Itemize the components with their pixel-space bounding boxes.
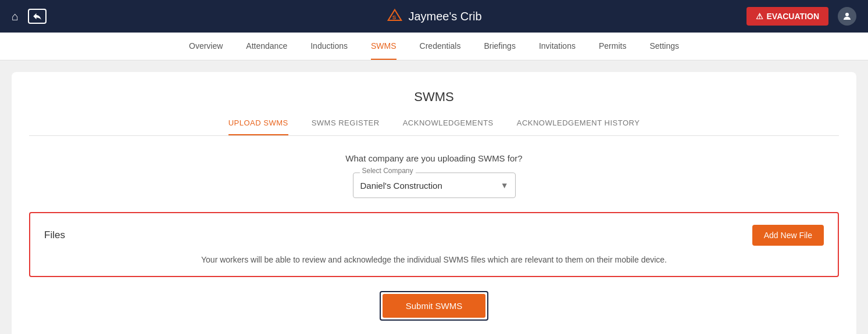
submit-swms-button[interactable]: Submit SWMS bbox=[383, 294, 486, 318]
nav-credentials[interactable]: Credentials bbox=[420, 33, 461, 60]
main-content: SWMS UPLOAD SWMS SWMS REGISTER ACKNOWLED… bbox=[0, 60, 868, 334]
submit-btn-wrapper: Submit SWMS bbox=[380, 291, 489, 321]
nav-settings[interactable]: Settings bbox=[649, 33, 679, 60]
files-header: Files Add New File bbox=[44, 225, 824, 246]
nav-overview[interactable]: Overview bbox=[189, 33, 223, 60]
svg-point-2 bbox=[845, 13, 849, 16]
svg-text:S: S bbox=[392, 14, 396, 20]
files-title: Files bbox=[44, 229, 65, 241]
evacuation-button[interactable]: ⚠ EVACUATION bbox=[746, 7, 828, 26]
nav-permits[interactable]: Permits bbox=[599, 33, 626, 60]
content-card: SWMS UPLOAD SWMS SWMS REGISTER ACKNOWLED… bbox=[12, 72, 856, 334]
tab-acknowledgement-history[interactable]: ACKNOWLEDGEMENT HISTORY bbox=[517, 118, 640, 135]
form-question: What company are you uploading SWMS for? bbox=[345, 153, 522, 163]
submit-section: Submit SWMS bbox=[29, 291, 839, 321]
tab-acknowledgements[interactable]: ACKNOWLEDGEMENTS bbox=[403, 118, 494, 135]
top-bar: ⌂ S Jaymee's Crib ⚠ EVACUATION bbox=[0, 0, 868, 33]
brand-center: S Jaymee's Crib bbox=[386, 8, 481, 24]
nav-swms[interactable]: SWMS bbox=[371, 33, 397, 60]
brand-name: Jaymee's Crib bbox=[408, 10, 481, 23]
tab-upload-swms[interactable]: UPLOAD SWMS bbox=[228, 118, 288, 135]
nav-briefings[interactable]: Briefings bbox=[484, 33, 515, 60]
evacuation-label: EVACUATION bbox=[767, 12, 819, 21]
tab-swms-register[interactable]: SWMS REGISTER bbox=[312, 118, 380, 135]
company-select-wrapper: Select Company Daniel's Construction ▼ bbox=[353, 173, 516, 198]
nav-invitations[interactable]: Invitations bbox=[539, 33, 576, 60]
company-select[interactable]: Daniel's Construction bbox=[353, 173, 516, 198]
home-icon[interactable]: ⌂ bbox=[12, 10, 19, 23]
page-title: SWMS bbox=[29, 89, 839, 105]
swms-tabs: UPLOAD SWMS SWMS REGISTER ACKNOWLEDGEMEN… bbox=[29, 118, 839, 136]
secondary-nav: Overview Attendance Inductions SWMS Cred… bbox=[0, 33, 868, 60]
add-new-file-button[interactable]: Add New File bbox=[752, 225, 824, 246]
select-label: Select Company bbox=[360, 167, 416, 175]
nav-attendance[interactable]: Attendance bbox=[246, 33, 287, 60]
logout-icon[interactable] bbox=[28, 9, 47, 24]
brand-logo-icon: S bbox=[386, 8, 402, 24]
user-avatar[interactable] bbox=[838, 7, 856, 26]
files-box: Files Add New File Your workers will be … bbox=[29, 212, 839, 277]
nav-inductions[interactable]: Inductions bbox=[310, 33, 348, 60]
top-bar-right: ⚠ EVACUATION bbox=[746, 7, 856, 26]
files-info-text: Your workers will be able to review and … bbox=[44, 255, 824, 264]
upload-form: What company are you uploading SWMS for?… bbox=[29, 153, 839, 198]
top-bar-left: ⌂ bbox=[12, 9, 47, 24]
warning-icon: ⚠ bbox=[756, 12, 763, 21]
